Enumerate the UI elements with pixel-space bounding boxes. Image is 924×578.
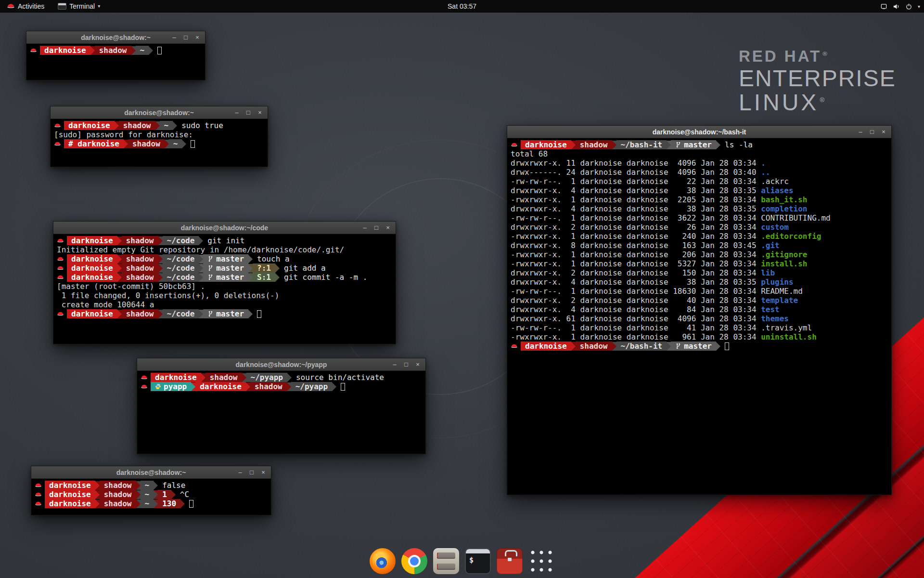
command-text: ls -la bbox=[725, 140, 753, 149]
git-branch-icon bbox=[675, 142, 681, 148]
window-minimize-button[interactable]: – bbox=[857, 128, 864, 135]
rhel-logo-enterprise: ENTERPRISE bbox=[739, 67, 896, 90]
terminal-body[interactable]: darknoiseshadow~/codegit initInitialized… bbox=[53, 234, 396, 344]
terminal-window-code: darknoise@shadow:~/code–□×darknoiseshado… bbox=[53, 221, 396, 344]
window-close-button[interactable]: × bbox=[257, 109, 263, 116]
window-maximize-button[interactable]: □ bbox=[245, 109, 252, 116]
ls-filename: test bbox=[761, 305, 780, 314]
window-titlebar[interactable]: darknoise@shadow:~/pyapp–□× bbox=[137, 358, 425, 371]
window-minimize-button[interactable]: – bbox=[361, 224, 368, 231]
prompt-segment-bashit: ~/bash-it bbox=[616, 140, 667, 149]
app-grid-dock-icon[interactable] bbox=[528, 548, 554, 574]
window-minimize-button[interactable]: – bbox=[171, 34, 178, 41]
terminal-body[interactable]: darknoiseshadow~/bash-itmasterls -latota… bbox=[507, 138, 891, 495]
volume-icon[interactable] bbox=[893, 3, 900, 10]
powerline-arrow-icon bbox=[667, 141, 671, 149]
terminal-dock-icon[interactable]: $ bbox=[465, 548, 491, 574]
rhel-logo: RED HAT® ENTERPRISE LINUX® bbox=[739, 48, 896, 114]
powerline-arrow-icon bbox=[201, 373, 205, 382]
ls-filename: .gitignore bbox=[761, 250, 807, 259]
files-dock-icon[interactable] bbox=[433, 548, 459, 574]
window-title: darknoise@shadow:~/code bbox=[181, 224, 268, 232]
window-controls: –□× bbox=[857, 126, 887, 138]
command-text: sudo true bbox=[181, 121, 223, 130]
prompt-segment-master: master bbox=[671, 140, 716, 149]
window-title: darknoise@shadow:~ bbox=[81, 34, 151, 41]
terminal-window-pyapp: darknoise@shadow:~/pyapp–□×darknoiseshad… bbox=[137, 358, 426, 454]
terminal-body[interactable]: darknoiseshadow~/pyappsource bin/activat… bbox=[137, 371, 425, 454]
powerline-arrow-icon bbox=[171, 490, 176, 499]
ls-filename: .git bbox=[761, 241, 780, 250]
terminal-prompt-line: darknoiseshadow~ bbox=[30, 46, 202, 55]
window-close-button[interactable]: × bbox=[880, 128, 887, 135]
window-titlebar[interactable]: darknoise@shadow:~/bash-it–□× bbox=[507, 126, 891, 138]
registered-mark: ® bbox=[820, 96, 827, 104]
terminal-ls-row: drwxrwxr-x. 4 darknoise darknoise 38 Jan… bbox=[511, 204, 888, 213]
prompt-segment-master: master bbox=[671, 342, 716, 351]
ls-meta: drwxrwxr-x. 61 darknoise darknoise 4096 … bbox=[511, 314, 761, 323]
redhat-prompt-icon bbox=[57, 256, 64, 262]
powerline-arrow-icon bbox=[158, 255, 163, 263]
powerline-arrow-icon bbox=[117, 255, 122, 263]
prompt-segment-user: darknoise bbox=[67, 273, 117, 282]
power-icon[interactable] bbox=[905, 3, 912, 10]
prompt-segment-master: master bbox=[203, 309, 248, 318]
terminal-body[interactable]: darknoiseshadow~ bbox=[26, 44, 205, 80]
command-text: false bbox=[162, 481, 185, 490]
window-titlebar[interactable]: darknoise@shadow:~–□× bbox=[51, 106, 268, 119]
activities-button[interactable]: Activities bbox=[5, 0, 46, 13]
window-titlebar[interactable]: darknoise@shadow:~–□× bbox=[31, 466, 271, 479]
powerline-arrow-icon bbox=[275, 264, 280, 273]
terminal-ls-row: -rw-rw-r--. 1 darknoise darknoise 22 Jan… bbox=[511, 177, 888, 186]
window-maximize-button[interactable]: □ bbox=[248, 469, 255, 476]
ls-meta: drwxrwxr-x. 11 darknoise darknoise 4096 … bbox=[511, 158, 761, 168]
software-dock-icon[interactable] bbox=[497, 548, 523, 574]
prompt-segment-host: shadow bbox=[119, 121, 155, 130]
terminal-output-line: Initialized empty Git repository in /hom… bbox=[57, 245, 392, 254]
window-maximize-button[interactable]: □ bbox=[373, 224, 380, 231]
git-branch-icon bbox=[675, 343, 681, 349]
app-menu-button[interactable]: Terminal ▾ bbox=[56, 0, 102, 13]
window-minimize-button[interactable]: – bbox=[391, 361, 398, 368]
window-close-button[interactable]: × bbox=[194, 34, 201, 41]
notifications-icon[interactable] bbox=[880, 3, 887, 10]
prompt-segment-master: master bbox=[203, 254, 248, 263]
powerline-arrow-icon bbox=[149, 46, 153, 55]
ls-meta: -rwxrwxr-x. 1 darknoise darknoise 961 Ja… bbox=[511, 332, 761, 342]
prompt-segment-user: darknoise bbox=[45, 490, 95, 499]
python-icon bbox=[155, 383, 161, 390]
prompt-segment-code: ~/code bbox=[163, 273, 199, 282]
prompt-segment-user: darknoise bbox=[151, 373, 201, 382]
firefox-dock-icon[interactable] bbox=[370, 548, 396, 574]
rhel-logo-linux: LINUX® bbox=[739, 91, 896, 114]
window-maximize-button[interactable]: □ bbox=[182, 34, 189, 41]
powerline-arrow-icon bbox=[199, 255, 203, 263]
terminal-cursor bbox=[189, 500, 193, 508]
powerline-arrow-icon bbox=[90, 46, 95, 55]
terminal-cursor bbox=[341, 383, 345, 391]
chevron-down-icon[interactable]: ▾ bbox=[918, 4, 920, 9]
ls-meta: drwxrwxr-x. 2 darknoise darknoise 150 Ja… bbox=[511, 268, 761, 277]
window-titlebar[interactable]: darknoise@shadow:~–□× bbox=[26, 31, 205, 44]
ls-filename: install.sh bbox=[761, 259, 807, 268]
window-maximize-button[interactable]: □ bbox=[869, 128, 875, 135]
window-close-button[interactable]: × bbox=[385, 224, 391, 231]
terminal-body[interactable]: darknoiseshadow~falsedarknoiseshadow~1^C… bbox=[31, 479, 271, 515]
powerline-arrow-icon bbox=[571, 342, 576, 351]
clock[interactable]: Sat 03:57 bbox=[448, 0, 476, 13]
window-minimize-button[interactable]: – bbox=[233, 109, 240, 116]
terminal-body[interactable]: darknoiseshadow~sudo true[sudo] password… bbox=[51, 119, 268, 167]
chrome-dock-icon[interactable] bbox=[401, 548, 427, 574]
redhat-prompt-icon bbox=[141, 383, 148, 390]
window-close-button[interactable]: × bbox=[414, 361, 421, 368]
window-minimize-button[interactable]: – bbox=[237, 469, 244, 476]
terminal-ls-row: drwxrwxr-x. 2 darknoise darknoise 26 Jan… bbox=[511, 223, 888, 232]
ls-meta: drwx------. 24 darknoise darknoise 4096 … bbox=[511, 168, 761, 177]
prompt-segment-master: master bbox=[203, 263, 248, 273]
window-maximize-button[interactable]: □ bbox=[403, 361, 410, 368]
powerline-arrow-icon bbox=[199, 264, 203, 273]
window-close-button[interactable]: × bbox=[260, 469, 267, 476]
powerline-arrow-icon bbox=[246, 382, 250, 391]
window-titlebar[interactable]: darknoise@shadow:~/code–□× bbox=[53, 222, 396, 234]
prompt-segment-exit130: 130 bbox=[158, 499, 180, 508]
